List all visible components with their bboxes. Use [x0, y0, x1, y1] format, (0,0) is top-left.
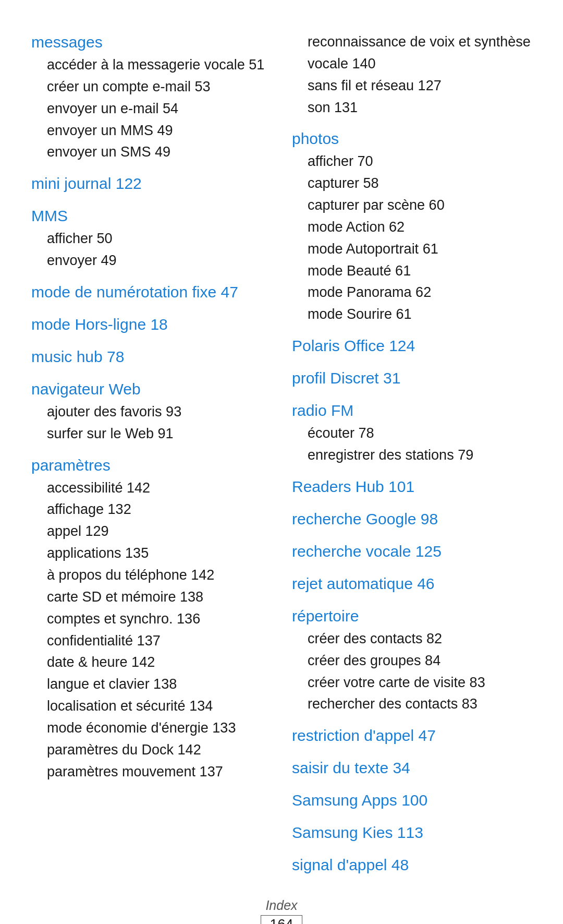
index-heading[interactable]: music hub 78 — [31, 346, 271, 368]
sub-entry: mode Panorama 62 — [292, 282, 532, 304]
sub-entry: appel 129 — [31, 521, 271, 543]
sub-entry: ajouter des favoris 93 — [31, 401, 271, 423]
sub-entry: paramètres mouvement 137 — [31, 761, 271, 783]
index-heading[interactable]: paramètres — [31, 454, 271, 476]
sub-entry: à propos du téléphone 142 — [31, 565, 271, 586]
sub-entry: créer des contacts 82 — [292, 628, 532, 650]
sub-entry: afficher 50 — [31, 228, 271, 250]
page-container: messagesaccéder à la messagerie vocale 5… — [0, 0, 563, 924]
right-column: reconnaissance de voix et synthèse vocal… — [292, 31, 532, 877]
sub-entry: accéder à la messagerie vocale 51 — [31, 54, 271, 76]
sub-entry: langue et clavier 138 — [31, 674, 271, 695]
index-heading[interactable]: mini journal 122 — [31, 173, 271, 195]
index-heading[interactable]: Polaris Office 124 — [292, 335, 532, 357]
sub-entry: localisation et sécurité 134 — [31, 695, 271, 717]
sub-entry: envoyer 49 — [31, 250, 271, 272]
page-footer: Index 164 — [31, 898, 532, 924]
footer-page: 164 — [261, 915, 302, 924]
sub-entry: paramètres du Dock 142 — [31, 739, 271, 761]
sub-entry: créer des groupes 84 — [292, 650, 532, 672]
sub-entry: créer un compte e-mail 53 — [31, 76, 271, 98]
sub-entry: créer votre carte de visite 83 — [292, 672, 532, 694]
sub-entry: mode Beauté 61 — [292, 260, 532, 282]
sub-entry: surfer sur le Web 91 — [31, 423, 271, 445]
index-heading[interactable]: navigateur Web — [31, 378, 271, 400]
index-heading[interactable]: radio FM — [292, 400, 532, 422]
sub-entry: carte SD et mémoire 138 — [31, 586, 271, 608]
index-heading[interactable]: recherche Google 98 — [292, 508, 532, 530]
sub-entry-plain: sans fil et réseau 127 — [292, 75, 532, 97]
index-heading[interactable]: MMS — [31, 205, 271, 227]
sub-entry: accessibilité 142 — [31, 477, 271, 499]
index-heading[interactable]: rejet automatique 46 — [292, 573, 532, 595]
sub-entry: enregistrer des stations 79 — [292, 445, 532, 466]
index-heading[interactable]: mode Hors-ligne 18 — [31, 314, 271, 335]
sub-entry: mode Sourire 61 — [292, 304, 532, 326]
index-heading[interactable]: recherche vocale 125 — [292, 541, 532, 562]
sub-entry: applications 135 — [31, 543, 271, 565]
index-heading[interactable]: saisir du texte 34 — [292, 757, 532, 779]
index-heading[interactable]: messages — [31, 31, 271, 53]
sub-entry-plain: reconnaissance de voix et synthèse vocal… — [292, 31, 532, 75]
sub-entry: mode économie d'énergie 133 — [31, 717, 271, 739]
index-heading[interactable]: Samsung Kies 113 — [292, 822, 532, 844]
index-heading[interactable]: signal d'appel 48 — [292, 854, 532, 876]
sub-entry: envoyer un SMS 49 — [31, 141, 271, 163]
sub-entry: mode Autoportrait 61 — [292, 238, 532, 260]
index-heading[interactable]: photos — [292, 128, 532, 150]
sub-entry: envoyer un e-mail 54 — [31, 98, 271, 120]
sub-entry: capturer 58 — [292, 173, 532, 195]
left-column: messagesaccéder à la messagerie vocale 5… — [31, 31, 271, 877]
sub-entry: rechercher des contacts 83 — [292, 693, 532, 715]
index-heading[interactable]: restriction d'appel 47 — [292, 725, 532, 747]
sub-entry: date & heure 142 — [31, 652, 271, 674]
sub-entry: envoyer un MMS 49 — [31, 120, 271, 142]
index-heading[interactable]: Readers Hub 101 — [292, 476, 532, 498]
index-columns: messagesaccéder à la messagerie vocale 5… — [31, 31, 532, 877]
sub-entry: mode Action 62 — [292, 217, 532, 238]
sub-entry-plain: son 131 — [292, 97, 532, 119]
index-heading[interactable]: profil Discret 31 — [292, 367, 532, 389]
sub-entry: capturer par scène 60 — [292, 195, 532, 217]
index-heading[interactable]: Samsung Apps 100 — [292, 789, 532, 811]
sub-entry: afficher 70 — [292, 151, 532, 173]
footer-label: Index — [31, 898, 532, 913]
sub-entry: affichage 132 — [31, 499, 271, 521]
sub-entry: écouter 78 — [292, 423, 532, 445]
index-heading[interactable]: mode de numérotation fixe 47 — [31, 281, 271, 303]
index-heading[interactable]: répertoire — [292, 605, 532, 627]
sub-entry: comptes et synchro. 136 — [31, 608, 271, 630]
sub-entry: confidentialité 137 — [31, 630, 271, 652]
